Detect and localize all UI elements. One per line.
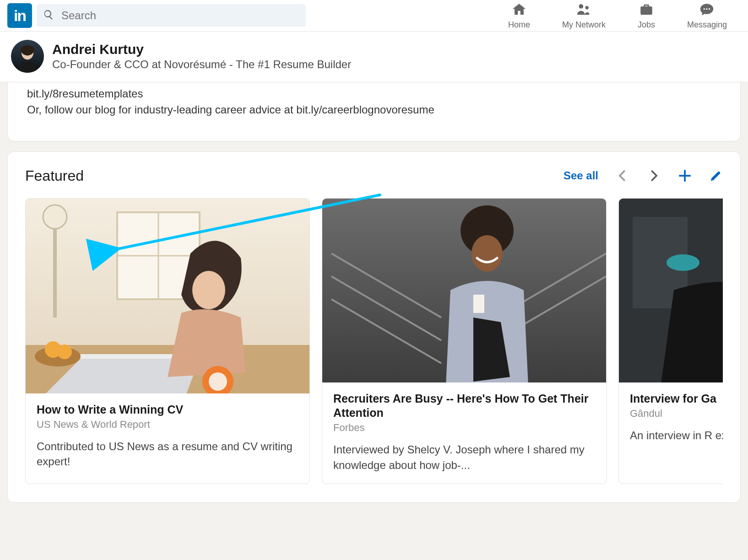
chevron-left-icon — [616, 169, 629, 183]
home-icon — [511, 2, 527, 19]
nav-jobs[interactable]: Jobs — [638, 2, 655, 30]
add-featured-button[interactable] — [678, 169, 692, 183]
svg-point-2 — [704, 8, 705, 9]
featured-card-item[interactable]: How to Write a Winning CV US News & Worl… — [25, 198, 310, 485]
featured-card-item[interactable]: Interview for Ga Gândul An interview in … — [618, 198, 723, 485]
svg-point-31 — [667, 254, 699, 271]
featured-item-description: An interview in R experience of stu — [630, 428, 723, 443]
featured-actions: See all — [564, 169, 723, 183]
about-link-1[interactable]: bit.ly/8resumetemplates — [27, 87, 143, 100]
svg-point-3 — [706, 8, 708, 9]
chevron-right-icon — [647, 169, 661, 183]
edit-featured-button[interactable] — [709, 169, 723, 183]
svg-point-16 — [209, 372, 227, 391]
svg-point-4 — [709, 8, 710, 9]
nav-links: Home My Network Jobs Messaging — [508, 2, 741, 30]
featured-body: How to Write a Winning CV US News & Worl… — [26, 393, 309, 480]
see-all-link[interactable]: See all — [564, 169, 598, 182]
people-icon — [576, 2, 591, 19]
profile-text: Andrei Kurtuy Co-Founder & CCO at Novoré… — [52, 42, 351, 71]
featured-card-item[interactable]: Recruiters Are Busy -- Here's How To Get… — [322, 198, 607, 485]
featured-image — [26, 199, 309, 393]
featured-item-title: How to Write a Winning CV — [37, 403, 298, 417]
featured-body: Interview for Ga Gândul An interview in … — [619, 382, 723, 454]
next-button[interactable] — [647, 169, 661, 183]
profile-headline: Co-Founder & CCO at Novorésumé - The #1 … — [52, 58, 351, 71]
nav-home[interactable]: Home — [508, 2, 530, 30]
prev-button[interactable] — [616, 169, 629, 183]
nav-label: Home — [508, 20, 530, 30]
linkedin-logo[interactable]: in — [7, 3, 32, 28]
profile-header: Andrei Kurtuy Co-Founder & CCO at Novoré… — [0, 32, 748, 82]
chat-icon — [699, 2, 715, 19]
svg-point-1 — [585, 6, 589, 9]
about-card: bit.ly/8resumetemplates Or, follow our b… — [7, 82, 741, 141]
pencil-icon — [709, 169, 723, 183]
svg-point-12 — [43, 205, 67, 229]
featured-item-description: Contributed to US News as a resume and C… — [37, 439, 298, 469]
search-bar[interactable] — [37, 4, 306, 27]
svg-rect-28 — [473, 295, 484, 313]
top-nav: in Home My Network Jobs Messaging — [0, 0, 748, 32]
featured-item-source: Gândul — [630, 408, 723, 420]
featured-item-source: Forbes — [333, 422, 595, 434]
featured-header: Featured See all — [25, 167, 723, 184]
svg-point-0 — [579, 4, 584, 9]
featured-item-source: US News & World Report — [37, 419, 298, 431]
linkedin-logo-text: in — [14, 7, 26, 25]
plus-icon — [678, 169, 692, 183]
featured-item-title: Recruiters Are Busy -- Here's How To Get… — [333, 392, 595, 420]
search-icon — [43, 9, 54, 22]
featured-item-title: Interview for Ga — [630, 392, 723, 406]
nav-my-network[interactable]: My Network — [562, 2, 606, 30]
featured-carousel: How to Write a Winning CV US News & Worl… — [25, 198, 723, 485]
avatar[interactable] — [11, 40, 44, 73]
svg-point-19 — [57, 345, 72, 359]
briefcase-icon — [639, 2, 654, 19]
nav-label: My Network — [562, 20, 606, 30]
svg-point-27 — [472, 235, 503, 272]
featured-body: Recruiters Are Busy -- Here's How To Get… — [322, 382, 606, 484]
nav-label: Jobs — [638, 20, 655, 30]
featured-title: Featured — [25, 167, 84, 184]
about-line-2: Or, follow our blog for industry-leading… — [27, 103, 434, 116]
featured-section: Featured See all — [7, 151, 741, 503]
svg-point-14 — [192, 271, 225, 309]
featured-item-description: Interviewed by Shelcy V. Joseph where I … — [333, 442, 595, 473]
featured-image — [619, 199, 723, 382]
nav-messaging[interactable]: Messaging — [687, 2, 727, 30]
about-text: bit.ly/8resumetemplates Or, follow our b… — [27, 86, 721, 118]
search-input[interactable] — [60, 9, 299, 22]
profile-name: Andrei Kurtuy — [52, 42, 351, 57]
nav-label: Messaging — [687, 20, 727, 30]
svg-rect-11 — [53, 217, 57, 318]
featured-image — [322, 199, 606, 382]
